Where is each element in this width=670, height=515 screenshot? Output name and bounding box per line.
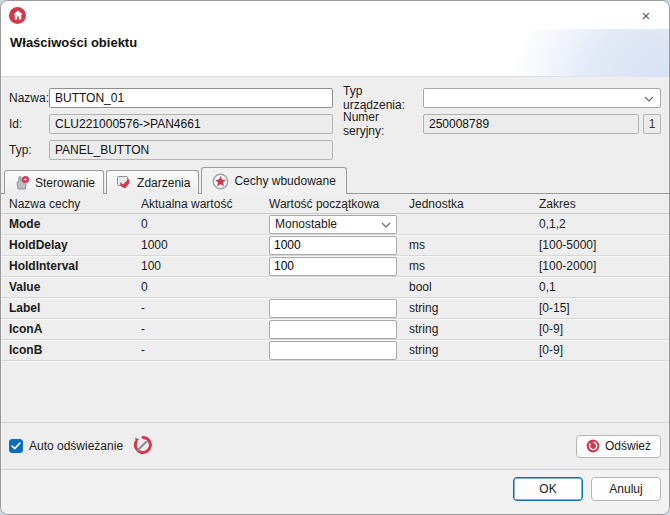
feature-name: IconA: [9, 322, 141, 336]
current-value: -: [141, 322, 269, 336]
feature-name: IconB: [9, 343, 141, 357]
table-row-mode: Mode 0 Monostable 0,1,2: [1, 214, 669, 235]
column-header: Jednostka: [409, 197, 539, 211]
table-row-holddelay: HoldDelay 1000 ms [100-5000]: [1, 235, 669, 256]
serial-count-box: 1: [643, 114, 661, 134]
hand-click-icon: [13, 175, 30, 191]
table-row-value: Value 0 bool 0,1: [1, 277, 669, 298]
type-label: Typ:: [9, 143, 49, 157]
star-icon: [212, 173, 229, 189]
app-home-icon: [9, 7, 26, 24]
properties-dialog: × Właściwości obiektu Nazwa: Id: Typ:: [0, 0, 670, 515]
range: [100-5000]: [539, 238, 669, 252]
range: [0-15]: [539, 301, 669, 315]
tab-cechy-wbudowane[interactable]: Cechy wbudowane: [201, 167, 346, 194]
holdinterval-initial-input[interactable]: [269, 257, 397, 276]
feature-name: Mode: [9, 217, 141, 231]
refresh-button[interactable]: Odśwież: [576, 435, 661, 458]
unit: string: [409, 301, 539, 315]
range: [100-2000]: [539, 259, 669, 273]
selected-option: Monostable: [275, 217, 337, 231]
feature-name: Label: [9, 301, 141, 315]
table-header: Nazwa cechy Aktualna wartość Wartość poc…: [1, 194, 669, 214]
id-field: [49, 114, 333, 134]
unit: string: [409, 322, 539, 336]
serial-label: Numer seryjny:: [343, 110, 423, 138]
table-row-icona: IconA - string [0-9]: [1, 319, 669, 340]
current-value: -: [141, 301, 269, 315]
auto-refresh-icon: [133, 435, 153, 458]
device-type-label: Typ urządzenia:: [343, 84, 423, 112]
header-gradient-decoration: [439, 29, 669, 77]
unit: ms: [409, 259, 539, 273]
column-header: Aktualna wartość: [141, 197, 269, 211]
range: [0-9]: [539, 322, 669, 336]
serial-field: [423, 114, 639, 134]
column-header: Wartość początkowa: [269, 197, 409, 211]
table-row-holdinterval: HoldInterval 100 ms [100-2000]: [1, 256, 669, 277]
column-header: Zakres: [539, 197, 669, 211]
tab-zdarzenia[interactable]: Zdarzenia: [106, 170, 199, 194]
iconb-initial-input[interactable]: [269, 341, 397, 360]
chevron-down-icon: [381, 217, 391, 231]
name-field[interactable]: [49, 88, 333, 108]
current-value: -: [141, 343, 269, 357]
type-field: [49, 140, 333, 160]
range: [0-9]: [539, 343, 669, 357]
feature-name: HoldInterval: [9, 259, 141, 273]
feature-name: Value: [9, 280, 141, 294]
ok-button[interactable]: OK: [513, 477, 583, 501]
name-label: Nazwa:: [9, 91, 49, 105]
dialog-buttons: OK Anuluj: [1, 469, 669, 514]
mode-initial-select[interactable]: Monostable: [269, 215, 397, 234]
tab-sterowanie[interactable]: Sterowanie: [4, 170, 104, 194]
range: 0,1: [539, 280, 669, 294]
cancel-button[interactable]: Anuluj: [591, 477, 661, 501]
current-value: 100: [141, 259, 269, 273]
dialog-header: Właściwości obiektu: [1, 29, 669, 77]
device-type-select[interactable]: [423, 88, 661, 108]
tab-label: Cechy wbudowane: [234, 174, 335, 188]
range: 0,1,2: [539, 217, 669, 231]
tab-label: Zdarzenia: [137, 176, 190, 190]
label-initial-input[interactable]: [269, 299, 397, 318]
unit: ms: [409, 238, 539, 252]
holddelay-initial-input[interactable]: [269, 236, 397, 255]
feature-name: HoldDelay: [9, 238, 141, 252]
tab-strip: Sterowanie Zdarzenia Cec: [1, 166, 669, 194]
table-row-iconb: IconB - string [0-9]: [1, 340, 669, 361]
auto-refresh-checkbox[interactable]: [9, 439, 23, 453]
current-value: 0: [141, 217, 269, 231]
refresh-button-label: Odśwież: [605, 439, 651, 453]
current-value: 0: [141, 280, 269, 294]
icona-initial-input[interactable]: [269, 320, 397, 339]
refresh-icon: [586, 439, 600, 453]
chevron-down-icon: [644, 91, 654, 105]
tab-label: Sterowanie: [35, 176, 95, 190]
refresh-bar: Auto odświeżanie Odśwież: [1, 422, 669, 469]
page-title: Właściwości obiektu: [10, 35, 137, 50]
event-icon: [115, 175, 132, 191]
id-label: Id:: [9, 117, 49, 131]
unit: bool: [409, 280, 539, 294]
object-form: Nazwa: Id: Typ: Typ urządzenia:: [1, 77, 669, 166]
auto-refresh-label: Auto odświeżanie: [29, 439, 123, 453]
column-header: Nazwa cechy: [9, 197, 141, 211]
title-bar: ×: [1, 1, 669, 29]
table-row-label: Label - string [0-15]: [1, 298, 669, 319]
current-value: 1000: [141, 238, 269, 252]
close-icon[interactable]: ×: [633, 4, 659, 26]
unit: string: [409, 343, 539, 357]
